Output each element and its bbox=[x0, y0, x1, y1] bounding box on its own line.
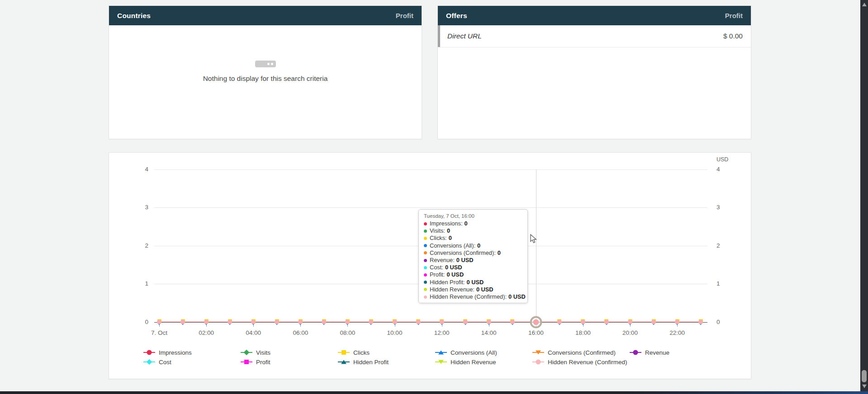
x-axis-label: 08:00 bbox=[340, 329, 355, 336]
hidden-revenue-marker-bit bbox=[487, 320, 491, 324]
hidden-revenue-marker-bit bbox=[180, 320, 185, 324]
x-axis-label: 14:00 bbox=[481, 329, 497, 336]
offer-profit-value: $ 0.00 bbox=[723, 32, 743, 40]
hidden-revenue-marker-bit bbox=[157, 320, 161, 324]
legend-item-hidden-revenue[interactable]: Hidden Revenue bbox=[435, 358, 496, 366]
x-axis-label: 12:00 bbox=[434, 329, 450, 336]
tooltip-metric-value: 0 bbox=[447, 227, 450, 235]
x-axis-label: 10:00 bbox=[387, 329, 403, 336]
legend-marker bbox=[241, 349, 252, 356]
offers-left-scrollbar[interactable] bbox=[438, 25, 440, 47]
x-axis-label: 18:00 bbox=[575, 329, 591, 336]
series-bullet-icon bbox=[424, 296, 427, 299]
tooltip-metric-label: Impressions: bbox=[430, 220, 463, 227]
legend-marker bbox=[630, 349, 641, 356]
gridline bbox=[154, 169, 707, 170]
legend-item-hidden-revenue-confirmed[interactable]: Hidden Revenue (Confirmed) bbox=[532, 358, 627, 366]
scroll-down-icon[interactable] bbox=[862, 385, 867, 388]
countries-metric-header: Profit bbox=[396, 12, 413, 19]
legend-marker bbox=[435, 349, 447, 356]
hovered-point-marker[interactable] bbox=[533, 319, 539, 325]
hidden-revenue-marker-bit bbox=[298, 320, 303, 324]
hidden-revenue-marker-bit bbox=[557, 320, 562, 324]
legend-item-revenue[interactable]: Revenue bbox=[630, 349, 669, 356]
vertical-scrollbar[interactable] bbox=[860, 0, 868, 391]
legend-label: Revenue bbox=[645, 349, 669, 356]
data-point-marker bbox=[651, 319, 656, 325]
diamond-icon bbox=[147, 359, 152, 365]
triangle-down-icon bbox=[536, 351, 541, 355]
offer-row[interactable]: Direct URL$ 0.00 bbox=[438, 25, 751, 47]
y-axis-label-right: 3 bbox=[716, 204, 735, 211]
hidden-revenue-marker-bit bbox=[698, 320, 703, 324]
legend-label: Conversions (All) bbox=[451, 349, 497, 356]
triangle-up-icon bbox=[438, 351, 444, 355]
hidden-revenue-marker-bit bbox=[322, 320, 326, 324]
legend-item-conversions-all[interactable]: Conversions (All) bbox=[435, 349, 497, 356]
hidden-revenue-marker-bit bbox=[651, 320, 656, 324]
legend-label: Profit bbox=[256, 359, 270, 366]
legend-item-clicks[interactable]: Clicks bbox=[338, 349, 370, 356]
data-point-marker bbox=[674, 319, 680, 325]
data-point-marker bbox=[227, 319, 232, 325]
data-point-marker bbox=[463, 319, 468, 325]
countries-empty-state: Nothing to display for this search crite… bbox=[109, 59, 422, 83]
axis-unit-label: USD bbox=[716, 156, 728, 163]
offers-panel: Offers Profit Direct URL$ 0.00 bbox=[437, 5, 751, 139]
legend-item-conversions-confirmed[interactable]: Conversions (Confirmed) bbox=[532, 349, 616, 356]
tooltip-row: Revenue:0 USD bbox=[424, 257, 522, 264]
legend-marker bbox=[143, 349, 155, 356]
tooltip-metric-value: 0 USD bbox=[476, 286, 493, 293]
scroll-up-icon[interactable] bbox=[862, 3, 867, 6]
diamond-icon bbox=[244, 350, 250, 356]
y-axis-label-left: 3 bbox=[130, 204, 148, 211]
tooltip-row: Hidden Revenue (Confirmed):0 USD bbox=[424, 293, 522, 300]
tooltip-row: Cost:0 USD bbox=[424, 264, 522, 271]
chart-tooltip: Tuesday, 7 Oct, 16:00 Impressions:0Visit… bbox=[418, 209, 528, 303]
y-axis-label-right: 4 bbox=[716, 166, 735, 173]
tooltip-metric-value: 0 USD bbox=[456, 257, 474, 264]
series-bullet-icon bbox=[424, 259, 427, 262]
series-bullet-icon bbox=[424, 237, 427, 240]
legend-marker bbox=[143, 359, 155, 365]
circle-icon bbox=[536, 360, 541, 365]
legend-item-impressions[interactable]: Impressions bbox=[143, 349, 192, 356]
tooltip-metric-label: Visits: bbox=[430, 227, 445, 235]
legend-item-visits[interactable]: Visits bbox=[241, 349, 270, 356]
legend-marker bbox=[241, 359, 252, 365]
data-point-marker bbox=[274, 319, 280, 325]
tooltip-metric-value: 0 bbox=[465, 220, 468, 227]
series-bullet-icon bbox=[424, 266, 427, 269]
hidden-revenue-marker-bit bbox=[251, 320, 256, 324]
scrollbar-thumb[interactable] bbox=[862, 370, 867, 382]
hidden-revenue-marker-bit bbox=[510, 320, 515, 324]
hidden-revenue-marker-bit bbox=[345, 320, 350, 324]
legend-item-hidden-profit[interactable]: Hidden Profit bbox=[338, 358, 389, 366]
triangle-down-icon bbox=[438, 360, 444, 364]
chart-crosshair bbox=[536, 169, 536, 322]
mouse-cursor-icon bbox=[530, 234, 538, 245]
timeline-chart: USD44332211007. Oct02:0004:0006:0008:001… bbox=[109, 152, 751, 379]
series-bullet-icon bbox=[424, 230, 427, 233]
x-axis-label: 04:00 bbox=[246, 329, 261, 336]
tooltip-row: Hidden Revenue:0 USD bbox=[424, 286, 522, 293]
legend-label: Conversions (Confirmed) bbox=[548, 349, 616, 356]
y-axis-label-left: 0 bbox=[130, 319, 148, 325]
hidden-revenue-marker-bit bbox=[581, 320, 585, 324]
legend-label: Hidden Profit bbox=[353, 359, 389, 366]
x-axis-label: 20:00 bbox=[622, 329, 638, 336]
legend-item-cost[interactable]: Cost bbox=[143, 358, 171, 366]
hidden-revenue-marker-bit bbox=[416, 320, 421, 324]
countries-panel-title: Countries bbox=[117, 12, 151, 20]
x-axis-label: 7. Oct bbox=[151, 329, 167, 336]
square-icon bbox=[342, 350, 346, 355]
data-point-marker bbox=[580, 319, 586, 325]
x-axis-label: 16:00 bbox=[528, 329, 544, 336]
legend-item-profit[interactable]: Profit bbox=[241, 358, 270, 366]
tooltip-row: Visits:0 bbox=[424, 227, 522, 235]
hidden-revenue-marker-bit bbox=[275, 320, 279, 324]
tooltip-row: Impressions:0 bbox=[424, 220, 522, 227]
tooltip-metric-label: Cost: bbox=[430, 264, 443, 271]
data-point-marker bbox=[698, 319, 703, 325]
data-point-marker bbox=[157, 319, 162, 325]
